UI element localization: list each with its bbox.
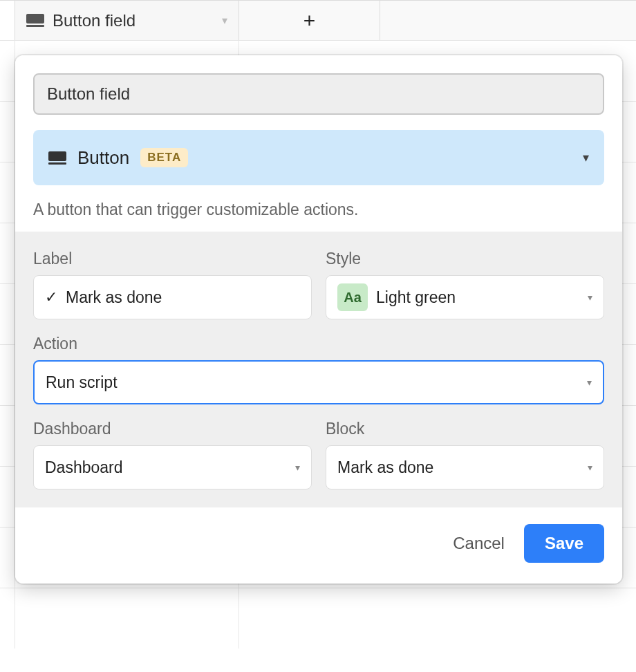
row-spacer [0, 345, 15, 405]
chevron-down-icon: ▾ [295, 462, 300, 473]
popover-form-section: Label ✓ Mark as done Style Aa Light gree… [15, 232, 622, 507]
action-field-label: Action [33, 335, 604, 353]
add-column-button[interactable]: + [239, 1, 380, 40]
table-cell[interactable] [15, 588, 239, 648]
field-type-description: A button that can trigger customizable a… [33, 200, 604, 219]
label-input[interactable]: ✓ Mark as done [33, 275, 312, 319]
block-field-label: Block [326, 420, 604, 438]
row-spacer [0, 467, 15, 527]
table-header-row: Button field ▾ + [0, 0, 636, 40]
row-spacer [0, 1, 15, 40]
row-spacer [0, 223, 15, 283]
field-type-label: Button [77, 147, 129, 169]
save-button[interactable]: Save [524, 524, 604, 563]
plus-icon: + [303, 10, 316, 31]
style-select[interactable]: Aa Light green ▾ [326, 275, 604, 319]
button-type-icon [48, 151, 66, 165]
label-value: Mark as done [66, 288, 162, 307]
row-spacer [0, 406, 15, 466]
table-row [0, 588, 636, 648]
chevron-down-icon: ▾ [588, 292, 592, 303]
action-value: Run script [46, 373, 118, 392]
chevron-down-icon: ▾ [583, 150, 589, 165]
dashboard-field-label: Dashboard [33, 420, 312, 438]
row-spacer [0, 284, 15, 344]
row-spacer [0, 162, 15, 223]
style-value: Light green [376, 288, 456, 307]
block-value: Mark as done [337, 458, 433, 477]
popover-footer: Cancel Save [15, 507, 622, 584]
table-cell-remainder [239, 588, 636, 648]
field-name-input[interactable] [33, 73, 604, 115]
chevron-down-icon: ▾ [587, 377, 592, 388]
chevron-down-icon: ▾ [588, 462, 592, 473]
column-header-button-field[interactable]: Button field ▾ [15, 1, 239, 40]
checkmark-icon: ✓ [45, 288, 57, 306]
action-select[interactable]: Run script ▾ [33, 360, 604, 404]
row-spacer [0, 588, 15, 648]
chevron-down-icon[interactable]: ▾ [222, 14, 227, 27]
column-header-label: Button field [53, 11, 214, 30]
row-spacer [0, 528, 15, 588]
row-spacer [0, 41, 15, 101]
dashboard-select[interactable]: Dashboard ▾ [33, 445, 312, 489]
style-color-swatch: Aa [337, 283, 368, 311]
label-field-label: Label [33, 250, 312, 268]
style-field-label: Style [326, 250, 604, 268]
field-type-selector[interactable]: Button BETA ▾ [33, 130, 604, 185]
cancel-button[interactable]: Cancel [453, 534, 505, 553]
button-field-type-icon [26, 14, 44, 27]
field-config-popover: Button BETA ▾ A button that can trigger … [15, 55, 622, 584]
dashboard-value: Dashboard [45, 458, 123, 477]
block-select[interactable]: Mark as done ▾ [326, 445, 604, 489]
beta-badge: BETA [140, 148, 188, 167]
row-spacer [0, 102, 15, 162]
popover-header-section: Button BETA ▾ A button that can trigger … [15, 55, 622, 232]
header-remainder [380, 1, 636, 40]
